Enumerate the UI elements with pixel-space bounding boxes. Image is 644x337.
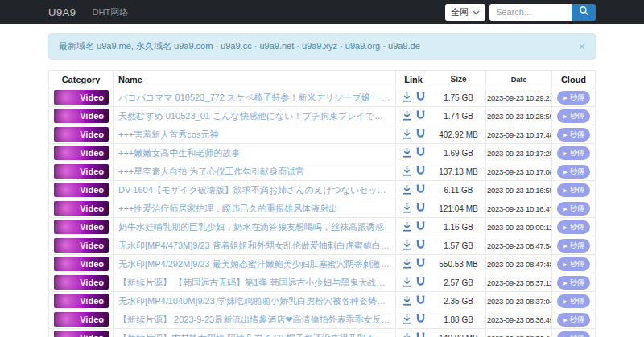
play-icon: ▶	[563, 168, 567, 175]
torrent-name-link[interactable]: 【新续片源】 【韩国远古无码】第1弹 韩国远古小少妇与黑鬼大战，看着大屌在韩国女…	[118, 277, 390, 289]
torrent-name-link[interactable]: 【新续片源】农村熟女阿姨 阿姨几岁了 68 帽子都还没来得及取下 就开始了 被大…	[118, 332, 390, 337]
magnet-icon[interactable]	[415, 295, 426, 307]
instant-transfer-button[interactable]: ▶秒傳	[557, 276, 589, 290]
magnet-icon[interactable]	[415, 110, 426, 122]
torrent-table: CategoryNameLinkSizeDateCloud Videoパコパコマ…	[48, 70, 596, 337]
magnet-icon[interactable]	[415, 92, 426, 104]
download-icon[interactable]	[402, 203, 412, 215]
instant-transfer-label: 秒傳	[570, 92, 584, 103]
category-badge[interactable]: Video	[54, 201, 109, 216]
magnet-icon[interactable]	[415, 184, 426, 196]
column-header-link: Link	[396, 71, 431, 88]
download-icon[interactable]	[402, 240, 412, 252]
torrent-name-link[interactable]: DV-1604【モザイク破壊版】欲求不満お姉さんのえげつないセックス 辰巳ゆい	[118, 184, 390, 196]
download-icon[interactable]	[402, 258, 412, 270]
category-badge[interactable]: Video	[54, 220, 109, 234]
instant-transfer-button[interactable]: ▶秒傳	[557, 91, 589, 105]
torrent-name-link[interactable]: +++星空素人自拍 为了心仪工作勾引献身面试官	[118, 166, 390, 178]
category-badge[interactable]: Video	[54, 312, 109, 327]
download-icon[interactable]	[402, 166, 412, 178]
download-icon[interactable]	[402, 277, 412, 289]
instant-transfer-button[interactable]: ▶秒傳	[557, 220, 589, 234]
torrent-name-link[interactable]: 天然むすめ 010523_01 こんな快感他にない！プチ拘束プレイで絶頂イキ 高…	[118, 110, 390, 122]
table-row: Video【新续片源】 【韩国远古无码】第1弹 韩国远古小少妇与黑鬼大战，看着大…	[49, 273, 596, 292]
category-badge[interactable]: Video	[54, 164, 109, 179]
instant-transfer-button[interactable]: ▶秒傳	[557, 146, 589, 160]
download-icon[interactable]	[402, 110, 412, 122]
torrent-name-link[interactable]: パコパコママ 010523_772 スケベ椅子持参！新米デリソープ嬢 一条まや	[118, 92, 390, 104]
torrent-name-link[interactable]: +++嫩嫩女高中生和老师的故事	[118, 147, 390, 159]
size-cell: 1.57 GB	[431, 236, 486, 255]
category-badge[interactable]: Video	[54, 294, 109, 308]
instant-transfer-button[interactable]: ▶秒傳	[557, 257, 589, 271]
download-icon[interactable]	[402, 314, 412, 326]
magnet-icon[interactable]	[415, 258, 426, 270]
table-row: Video+++性爱治疗师居家护理，睽违己久的重振雄风体液射出121.04 MB…	[49, 199, 596, 218]
play-icon: ▶	[563, 150, 567, 157]
magnet-icon[interactable]	[415, 314, 426, 326]
play-icon: ▶	[563, 261, 567, 268]
brand-logo[interactable]: U9A9	[48, 6, 76, 18]
instant-transfer-button[interactable]: ▶秒傳	[557, 313, 589, 327]
category-badge[interactable]: Video	[54, 183, 109, 197]
magnet-icon[interactable]	[415, 129, 426, 141]
download-icon[interactable]	[402, 147, 412, 159]
search-button[interactable]	[572, 4, 596, 21]
close-icon[interactable]: ×	[579, 43, 585, 51]
torrent-name-link[interactable]: 奶牛水娃哺乳期的巨乳少妇，奶水在滴答狼友想喝吗，丝袜高跟诱惑	[118, 221, 390, 233]
instant-transfer-button[interactable]: ▶秒傳	[557, 294, 589, 308]
instant-transfer-button[interactable]: ▶秒傳	[557, 239, 589, 253]
download-icon[interactable]	[402, 221, 412, 233]
magnet-icon[interactable]	[415, 203, 426, 215]
size-cell: 402.92 MB	[431, 125, 486, 144]
category-badge[interactable]: Video	[54, 257, 109, 271]
instant-transfer-button[interactable]: ▶秒傳	[557, 202, 589, 216]
torrent-name-link[interactable]: 无水印[MP4/473M]9/23 背着姐姐和外甥女乱伦做爱抽刺白虎蜜鲍白带都干…	[118, 240, 390, 252]
magnet-icon[interactable]	[415, 332, 426, 337]
category-badge[interactable]: Video	[54, 146, 109, 160]
nav-dht-link[interactable]: DHT网络	[93, 6, 129, 18]
play-icon: ▶	[563, 205, 567, 212]
search-scope-value: 全网	[451, 6, 469, 18]
category-badge[interactable]: Video	[54, 238, 109, 253]
table-row: Video无水印[MP4/292M]9/23 最美媚态蜜汁嫩鲍美少妇肛塞蜜穴阴蒂…	[49, 255, 596, 273]
download-icon[interactable]	[402, 332, 412, 337]
instant-transfer-label: 秒傳	[570, 222, 584, 232]
play-icon: ▶	[563, 224, 567, 231]
date-cell: 2023-09-23 10:17:28	[486, 144, 552, 162]
category-badge[interactable]: Video	[54, 331, 109, 337]
instant-transfer-button[interactable]: ▶秒傳	[557, 109, 589, 123]
download-icon[interactable]	[402, 92, 412, 104]
magnet-icon[interactable]	[415, 147, 426, 159]
instant-transfer-button[interactable]: ▶秒傳	[557, 128, 589, 142]
instant-transfer-button[interactable]: ▶秒傳	[557, 331, 589, 337]
size-cell: 121.04 MB	[431, 199, 486, 218]
category-badge[interactable]: Video	[54, 90, 109, 105]
category-badge[interactable]: Video	[54, 127, 109, 142]
category-badge[interactable]: Video	[54, 109, 109, 123]
play-icon: ▶	[563, 113, 567, 120]
torrent-name-link[interactable]: 无水印[MP4/1040M]9/23 学妹吃鸡啪啪小娇乳白虎粉穴被各种姿势无套输…	[118, 295, 390, 307]
magnet-icon[interactable]	[415, 277, 426, 289]
download-icon[interactable]	[402, 129, 412, 141]
torrent-name-link[interactable]: +++害羞新人首秀cos元神	[118, 129, 390, 141]
torrent-name-link[interactable]: 【新续片源】 2023-9-23最新流出情趣酒店❤高清偷拍外表乖乖女反差婊穿上黑…	[118, 314, 390, 326]
column-header-size: Size	[431, 71, 486, 88]
download-icon[interactable]	[402, 184, 412, 196]
download-icon[interactable]	[402, 295, 412, 307]
magnet-icon[interactable]	[415, 221, 426, 233]
torrent-name-link[interactable]: +++性爱治疗师居家护理，睽违己久的重振雄风体液射出	[118, 203, 390, 215]
play-icon: ▶	[563, 187, 567, 194]
table-row: Video无水印[MP4/473M]9/23 背着姐姐和外甥女乱伦做爱抽刺白虎蜜…	[49, 236, 596, 255]
instant-transfer-button[interactable]: ▶秒傳	[557, 183, 589, 197]
category-badge[interactable]: Video	[54, 275, 109, 290]
search-scope-select[interactable]: 全网	[445, 4, 485, 21]
date-cell: 2023-09-23 10:17:08	[486, 162, 552, 181]
magnet-icon[interactable]	[415, 166, 426, 178]
date-cell: 2023-09-23 08:36:49	[486, 310, 552, 329]
magnet-icon[interactable]	[415, 240, 426, 252]
torrent-name-link[interactable]: 无水印[MP4/292M]9/23 最美媚态蜜汁嫩鲍美少妇肛塞蜜穴阴蒂刺激翻拍炮…	[118, 258, 390, 270]
date-cell: 2023-09-23 10:17:48	[486, 125, 552, 144]
instant-transfer-button[interactable]: ▶秒傳	[557, 165, 589, 179]
search-input[interactable]	[489, 4, 572, 21]
